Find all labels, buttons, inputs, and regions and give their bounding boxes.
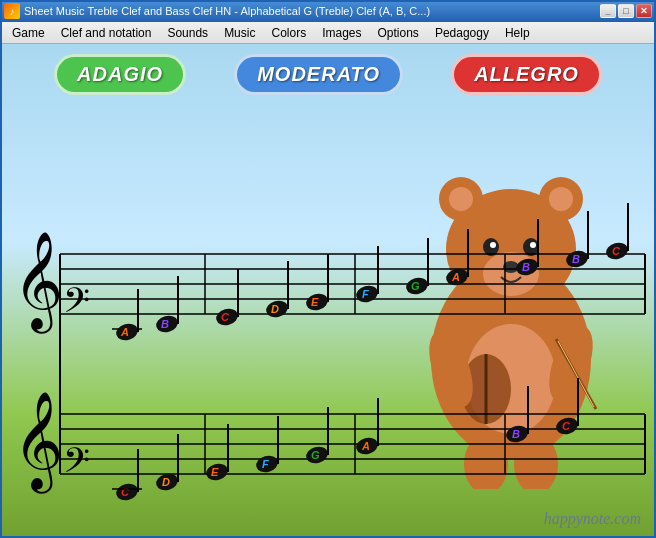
note-C4: C: [562, 420, 571, 432]
menu-game[interactable]: Game: [4, 24, 53, 42]
svg-text:𝄢: 𝄢: [63, 282, 90, 328]
note-C1: C: [221, 311, 230, 323]
menu-options[interactable]: Options: [370, 24, 427, 42]
note-G1: G: [411, 280, 420, 292]
svg-rect-22: [5, 104, 650, 534]
menu-colors[interactable]: Colors: [263, 24, 314, 42]
note-G2: G: [311, 449, 320, 461]
note-C3: C: [121, 486, 130, 498]
tempo-allegro[interactable]: ALLEGRO: [451, 54, 602, 95]
title-bar: ♪ Sheet Music Treble Clef and Bass Clef …: [0, 0, 656, 22]
menu-music[interactable]: Music: [216, 24, 263, 42]
svg-text:𝄢: 𝄢: [63, 442, 90, 488]
tempo-badges: ADAGIO MODERATO ALLEGRO: [0, 54, 656, 95]
watermark: happynote.com: [544, 510, 641, 528]
note-C2: C: [612, 245, 621, 257]
note-B1: B: [161, 318, 169, 330]
note-B2: B: [522, 261, 530, 273]
note-A1: A: [120, 326, 129, 338]
main-content: ADAGIO MODERATO ALLEGRO: [0, 44, 656, 538]
note-D2: D: [162, 476, 170, 488]
note-A3: A: [361, 440, 370, 452]
window-title: Sheet Music Treble Clef and Bass Clef HN…: [24, 5, 600, 17]
note-D1: D: [271, 303, 279, 315]
note-F2: F: [262, 458, 269, 470]
note-E1: E: [311, 296, 319, 308]
maximize-button[interactable]: □: [618, 4, 634, 18]
note-E2: E: [211, 466, 219, 478]
sheet-music[interactable]: 𝄞 𝄞 𝄢 A B C D E F: [5, 104, 650, 534]
app-icon: ♪: [4, 3, 20, 19]
menu-sounds[interactable]: Sounds: [159, 24, 216, 42]
window-controls: _ □ ✕: [600, 4, 652, 18]
note-B4: B: [512, 428, 520, 440]
menu-pedagogy[interactable]: Pedagogy: [427, 24, 497, 42]
note-A2: A: [451, 271, 460, 283]
note-F1: F: [362, 288, 369, 300]
treble-clef-1: 𝄞: [13, 232, 63, 334]
menu-images[interactable]: Images: [314, 24, 369, 42]
menu-clef-notation[interactable]: Clef and notation: [53, 24, 160, 42]
close-button[interactable]: ✕: [636, 4, 652, 18]
menu-help[interactable]: Help: [497, 24, 538, 42]
treble-clef-2: 𝄞: [13, 392, 63, 494]
tempo-adagio[interactable]: ADAGIO: [54, 54, 186, 95]
tempo-moderato[interactable]: MODERATO: [234, 54, 403, 95]
menu-bar: Game Clef and notation Sounds Music Colo…: [0, 22, 656, 44]
minimize-button[interactable]: _: [600, 4, 616, 18]
note-B3: B: [572, 253, 580, 265]
